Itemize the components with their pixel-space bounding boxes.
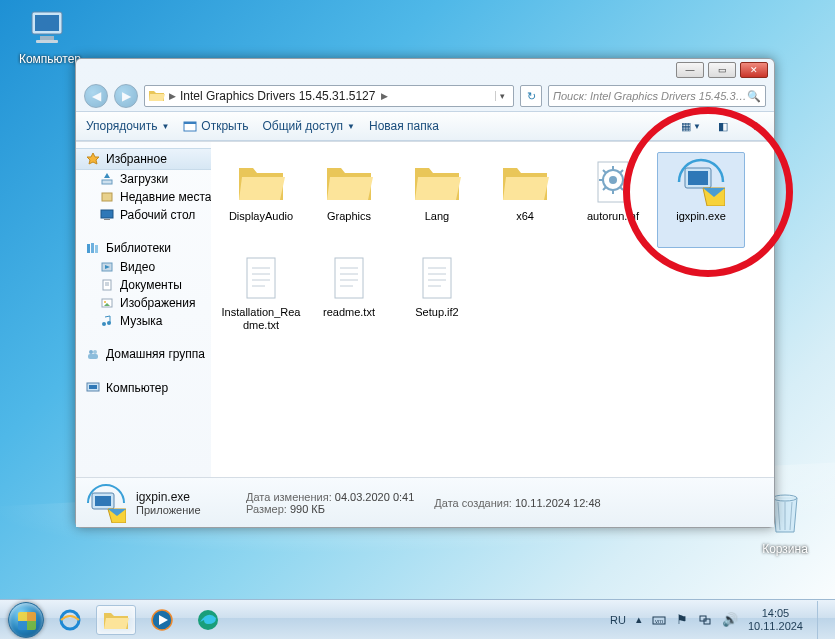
nav-computer[interactable]: Компьютер <box>76 378 211 398</box>
svg-rect-17 <box>104 219 110 220</box>
file-tile[interactable]: readme.txt <box>305 248 393 344</box>
file-icon <box>413 254 461 302</box>
folder-icon <box>325 158 373 206</box>
details-size: 990 КБ <box>290 503 325 515</box>
help-button[interactable]: ? <box>746 117 764 135</box>
start-button[interactable] <box>8 602 44 638</box>
details-modified: 04.03.2020 0:41 <box>335 491 415 503</box>
nav-favorites[interactable]: Избранное <box>76 148 211 170</box>
maximize-button[interactable]: ▭ <box>708 62 736 78</box>
nav-music[interactable]: Музыка <box>76 312 211 330</box>
file-label: Setup.if2 <box>412 306 461 319</box>
minimize-button[interactable]: — <box>676 62 704 78</box>
nav-forward-button[interactable]: ▶ <box>114 84 138 108</box>
refresh-button[interactable]: ↻ <box>520 85 542 107</box>
nav-pane: Избранное Загрузки Недавние места Рабочи… <box>76 142 211 477</box>
svg-marker-9 <box>149 94 165 101</box>
svg-marker-72 <box>104 618 129 629</box>
toolbar: Упорядочить▼ Открыть Общий доступ▼ Новая… <box>76 111 774 141</box>
svg-point-46 <box>609 176 617 184</box>
open-icon <box>183 120 197 132</box>
nav-recent[interactable]: Недавние места <box>76 188 211 206</box>
address-dropdown[interactable]: ▾ <box>495 91 509 101</box>
taskbar-explorer[interactable] <box>96 605 136 635</box>
nav-homegroup[interactable]: Домашняя группа <box>76 344 211 364</box>
nav-documents[interactable]: Документы <box>76 276 211 294</box>
titlebar: — ▭ ✕ <box>76 59 774 81</box>
tray-volume-icon[interactable]: 🔊 <box>722 612 738 627</box>
svg-rect-56 <box>335 258 363 298</box>
tray-flag-icon[interactable]: ⚑ <box>676 612 688 627</box>
folder-icon <box>413 158 461 206</box>
search-placeholder: Поиск: Intel Graphics Drivers 15.45.31..… <box>553 90 747 102</box>
svg-marker-37 <box>239 177 285 200</box>
file-tile[interactable]: Installation_Readme.txt <box>217 248 305 344</box>
tray-clock[interactable]: 14:05 10.11.2024 <box>748 607 803 632</box>
svg-rect-35 <box>89 385 97 389</box>
svg-marker-14 <box>104 173 110 178</box>
desktop-icon-label: Корзина <box>762 542 808 556</box>
breadcrumb-box[interactable]: ▶ Intel Graphics Drivers 15.45.31.5127 ▶… <box>144 85 514 107</box>
installer-icon <box>677 158 725 206</box>
close-button[interactable]: ✕ <box>740 62 768 78</box>
svg-marker-39 <box>327 177 373 200</box>
taskbar-edge[interactable] <box>188 605 228 635</box>
show-desktop-button[interactable] <box>817 601 827 639</box>
pictures-icon <box>100 296 114 310</box>
preview-pane-button[interactable]: ◧ <box>714 117 732 135</box>
taskbar-ie[interactable] <box>50 605 90 635</box>
tray-language[interactable]: RU <box>610 614 626 626</box>
inf-icon <box>589 158 637 206</box>
taskbar-media[interactable] <box>142 605 182 635</box>
open-button[interactable]: Открыть <box>183 119 248 133</box>
tray-show-hidden-icon[interactable]: ▴ <box>636 613 642 626</box>
svg-point-29 <box>102 322 106 326</box>
svg-point-27 <box>104 301 106 303</box>
svg-point-30 <box>107 321 111 325</box>
svg-rect-33 <box>88 354 98 359</box>
view-options-button[interactable]: ▦▼ <box>682 117 700 135</box>
file-tile[interactable]: Graphics <box>305 152 393 248</box>
details-pane: igxpin.exe Приложение Дата изменения: 04… <box>76 477 774 527</box>
svg-point-32 <box>93 350 97 354</box>
downloads-icon <box>100 172 114 186</box>
txt-icon <box>237 254 285 302</box>
nav-videos[interactable]: Видео <box>76 258 211 276</box>
svg-marker-43 <box>503 177 549 200</box>
file-tile[interactable]: x64 <box>481 152 569 248</box>
file-label: Graphics <box>324 210 374 223</box>
organize-button[interactable]: Упорядочить▼ <box>86 119 169 133</box>
video-icon <box>100 260 114 274</box>
details-created: 10.11.2024 12:48 <box>515 497 601 509</box>
desktop-icon <box>100 208 114 222</box>
nav-downloads[interactable]: Загрузки <box>76 170 211 188</box>
file-label: x64 <box>513 210 537 223</box>
tray-network-icon[interactable] <box>698 613 712 627</box>
file-label: igxpin.exe <box>673 210 729 223</box>
computer-icon <box>86 381 100 395</box>
file-label: DisplayAudio <box>226 210 296 223</box>
desktop-icon-computer[interactable]: Компьютер <box>10 8 90 66</box>
tray-vm-icon[interactable]: vm <box>652 613 666 627</box>
nav-libraries[interactable]: Библиотеки <box>76 238 211 258</box>
new-folder-button[interactable]: Новая папка <box>369 119 439 133</box>
documents-icon <box>100 278 114 292</box>
file-tile[interactable]: Setup.if2 <box>393 248 481 344</box>
file-tile[interactable]: autorun.inf <box>569 152 657 248</box>
file-tile[interactable]: Lang <box>393 152 481 248</box>
share-button[interactable]: Общий доступ▼ <box>262 119 355 133</box>
search-input[interactable]: Поиск: Intel Graphics Drivers 15.45.31..… <box>548 85 766 107</box>
svg-rect-11 <box>184 122 196 124</box>
file-tile[interactable]: igxpin.exe <box>657 152 745 248</box>
nav-desktop[interactable]: Рабочий стол <box>76 206 211 224</box>
svg-rect-61 <box>423 258 451 298</box>
chevron-right-icon: ▶ <box>169 91 176 101</box>
nav-pictures[interactable]: Изображения <box>76 294 211 312</box>
breadcrumb-current[interactable]: Intel Graphics Drivers 15.45.31.5127 <box>176 89 381 103</box>
svg-rect-48 <box>688 171 708 185</box>
folder-icon <box>149 89 165 103</box>
file-list: DisplayAudioGraphicsLangx64autorun.infig… <box>211 142 774 477</box>
file-tile[interactable]: DisplayAudio <box>217 152 305 248</box>
nav-back-button[interactable]: ◀ <box>84 84 108 108</box>
ie-icon <box>58 608 82 632</box>
